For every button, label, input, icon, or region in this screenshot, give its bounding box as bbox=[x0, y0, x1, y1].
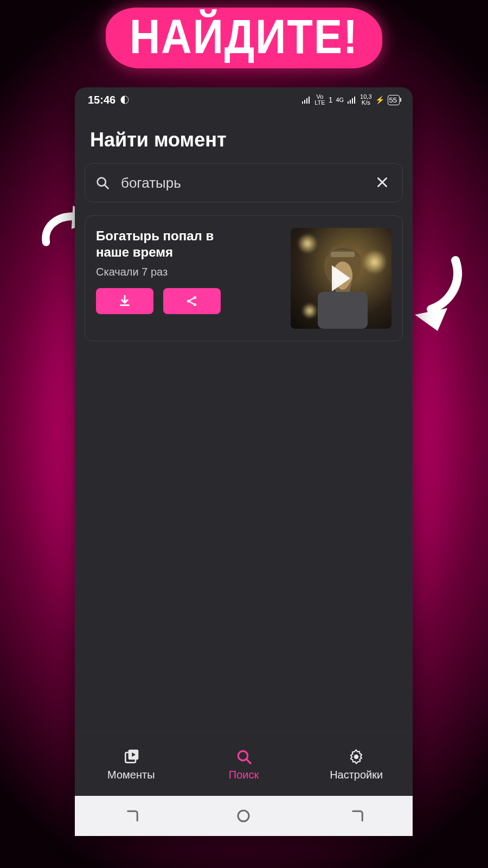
battery-percent: 55 bbox=[389, 96, 397, 104]
svg-line-22 bbox=[246, 759, 250, 763]
tab-moments-label: Моменты bbox=[107, 769, 155, 781]
svg-rect-14 bbox=[331, 252, 355, 257]
close-icon bbox=[375, 175, 389, 189]
back-icon bbox=[348, 808, 364, 824]
svg-line-4 bbox=[105, 185, 108, 188]
svg-line-11 bbox=[190, 298, 194, 301]
play-icon bbox=[332, 265, 350, 291]
promo-stage: НАЙДИТЕ! 15:46 Vo LTE 1 4G 10,3 bbox=[0, 0, 488, 868]
home-circle-icon bbox=[235, 808, 252, 824]
search-input[interactable] bbox=[120, 174, 362, 192]
svg-point-23 bbox=[354, 754, 359, 759]
result-title: Богатырь попал в наше время bbox=[96, 228, 248, 260]
status-volte: Vo LTE bbox=[314, 94, 325, 106]
tab-search-label: Поиск bbox=[229, 769, 259, 781]
android-nav-bar bbox=[75, 796, 413, 836]
status-4g: 4G bbox=[336, 97, 344, 103]
svg-rect-16 bbox=[318, 292, 368, 329]
recents-icon bbox=[123, 808, 139, 824]
search-result-card[interactable]: Богатырь попал в наше время Скачали 7 ра… bbox=[85, 215, 403, 341]
gear-icon bbox=[348, 748, 365, 765]
svg-line-12 bbox=[190, 302, 194, 304]
nav-home-button[interactable] bbox=[233, 806, 254, 826]
tab-settings-label: Настройки bbox=[330, 769, 383, 781]
search-field-container[interactable] bbox=[85, 163, 403, 202]
status-right-cluster: Vo LTE 1 4G 10,3 K/s ⚡ 55 bbox=[301, 94, 400, 106]
status-time: 15:46 bbox=[88, 94, 115, 106]
promo-headline-text: НАЙДИТЕ! bbox=[130, 12, 358, 61]
result-downloads: Скачали 7 раз bbox=[96, 266, 280, 278]
share-icon bbox=[185, 294, 199, 308]
bottom-tab-bar: Моменты Поиск Настройки bbox=[75, 732, 413, 796]
tab-moments[interactable]: Моменты bbox=[75, 733, 188, 796]
status-net-speed: 10,3 K/s bbox=[360, 94, 371, 106]
result-thumbnail[interactable] bbox=[291, 228, 391, 329]
svg-marker-1 bbox=[415, 308, 447, 331]
share-button[interactable] bbox=[163, 288, 221, 314]
download-button[interactable] bbox=[96, 288, 153, 314]
callout-arrow-right-icon bbox=[409, 255, 464, 331]
search-tab-icon bbox=[235, 748, 253, 765]
tab-search[interactable]: Поиск bbox=[188, 733, 300, 796]
svg-point-24 bbox=[238, 810, 249, 821]
download-icon bbox=[118, 294, 132, 308]
search-icon bbox=[95, 175, 110, 190]
status-sim1: 1 bbox=[329, 95, 333, 104]
tab-settings[interactable]: Настройки bbox=[300, 733, 413, 796]
page-title: Найти момент bbox=[75, 112, 413, 163]
status-bar: 15:46 Vo LTE 1 4G 10,3 K/s ⚡ 55 bbox=[75, 87, 413, 112]
nav-back-button[interactable] bbox=[346, 806, 367, 826]
status-app-icon bbox=[120, 95, 130, 105]
clear-search-button[interactable] bbox=[372, 172, 393, 194]
moments-icon bbox=[123, 748, 140, 765]
phone-screenshot: 15:46 Vo LTE 1 4G 10,3 K/s ⚡ 55 Найти мо… bbox=[75, 87, 413, 836]
promo-headline-badge: НАЙДИТЕ! bbox=[109, 11, 379, 65]
battery-indicator: 55 bbox=[388, 95, 400, 105]
charging-icon: ⚡ bbox=[375, 95, 384, 104]
nav-recents-button[interactable] bbox=[121, 806, 142, 826]
signal-icon bbox=[301, 96, 311, 104]
signal2-icon bbox=[347, 96, 357, 104]
